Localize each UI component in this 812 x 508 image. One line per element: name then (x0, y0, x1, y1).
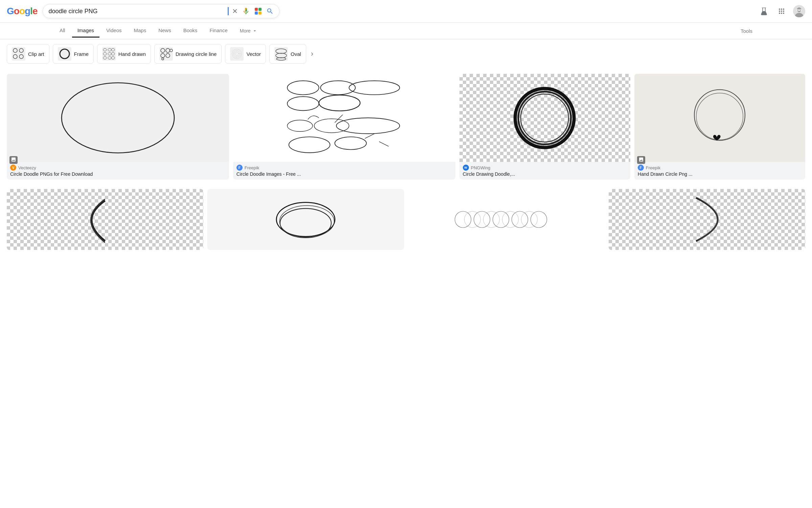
google-logo[interactable]: Google (7, 6, 37, 17)
svg-point-70 (521, 211, 537, 228)
mic-icon (242, 7, 250, 15)
source-name-3: PNGWing (471, 165, 491, 170)
grid-item-4-image (634, 74, 805, 162)
svg-point-44 (320, 81, 355, 94)
partial-arc-4-svg (648, 195, 766, 244)
svg-point-66 (531, 211, 547, 228)
chip-label-frame: Frame (74, 51, 89, 57)
svg-point-59 (276, 203, 335, 237)
clear-button[interactable]: ✕ (232, 7, 238, 15)
item-title-1: Circle Doodle PNGs for Free Download (10, 171, 226, 177)
svg-point-56 (521, 94, 568, 142)
chip-label-clip-art: Clip art (28, 51, 44, 57)
apps-button[interactable] (775, 5, 788, 17)
nav-item-maps[interactable]: Maps (128, 24, 152, 38)
source-row-1: V Vecteezy (10, 165, 226, 171)
svg-point-69 (502, 211, 518, 228)
grid-item-3[interactable]: W PNGWing Circle Drawing Doodle,... (459, 74, 630, 179)
chip-thumbnail-frame (58, 47, 71, 61)
nav-bar: All Images Videos Maps News Books Financ… (0, 23, 812, 39)
source-name-2: Freepik (245, 165, 259, 170)
labs-icon (759, 6, 769, 16)
svg-point-65 (512, 211, 528, 228)
chip-label-drawing-circle-line: Drawing circle line (176, 51, 217, 57)
filter-chip-frame[interactable]: Frame (53, 44, 94, 64)
labs-button[interactable] (758, 5, 770, 17)
svg-point-42 (62, 83, 174, 153)
svg-rect-2 (255, 12, 258, 15)
grid-item-1-overlay (9, 156, 18, 164)
nav-item-videos[interactable]: Videos (101, 24, 127, 38)
svg-rect-0 (255, 8, 258, 11)
grid-item-partial-4[interactable] (609, 189, 805, 250)
svg-rect-1 (258, 8, 262, 11)
source-name-4: Freepik (646, 165, 660, 170)
partial-circle-1-svg (46, 195, 164, 244)
favicon-1: V (10, 165, 16, 171)
header-right (758, 5, 805, 17)
item-title-4: Hand Drawn Circle Png ... (638, 171, 802, 177)
grid-item-2[interactable]: F Freepik Circle Doodle Images - Free ..… (233, 74, 455, 179)
chip-thumbnail-drawing-circle-line (159, 47, 173, 61)
svg-point-48 (287, 120, 313, 132)
avatar[interactable] (793, 5, 805, 17)
search-input[interactable] (48, 8, 224, 15)
nav-item-news[interactable]: News (153, 24, 177, 38)
chevron-down-icon (252, 28, 257, 34)
filter-chip-hand-drawn[interactable]: Hand drawn (97, 44, 151, 64)
search-bar[interactable]: ✕ (43, 4, 279, 18)
item-title-2: Circle Doodle Images - Free ... (236, 171, 452, 177)
svg-rect-3 (258, 12, 262, 15)
nav-item-books[interactable]: Books (178, 24, 203, 38)
filter-chips-row: Clip art Frame H (0, 39, 812, 68)
favicon-3: W (463, 165, 469, 171)
svg-point-62 (455, 211, 471, 228)
partial-circles-3-svg (418, 195, 595, 244)
image-grid: V Vecteezy Circle Doodle PNGs for Free D… (0, 68, 812, 189)
grid-item-partial-1[interactable] (7, 189, 203, 250)
svg-point-57 (695, 90, 745, 141)
nav-item-finance[interactable]: Finance (204, 24, 233, 38)
chip-thumbnail-vector (230, 47, 244, 61)
grid-item-4-overlay (637, 156, 645, 164)
grid-item-3-image (459, 74, 630, 162)
svg-point-64 (493, 211, 509, 228)
lens-button[interactable] (254, 7, 262, 15)
grid-item-4[interactable]: F Freepik Hand Drawn Circle Png ... (634, 74, 805, 179)
cursor (228, 7, 229, 15)
filter-chip-oval[interactable]: Oval (269, 44, 306, 64)
nav-more[interactable]: More (234, 25, 263, 37)
svg-point-47 (319, 95, 360, 111)
clear-icon: ✕ (232, 7, 238, 15)
filter-chips-next-button[interactable]: › (310, 48, 315, 60)
favicon-4: F (638, 165, 644, 171)
svg-point-51 (289, 137, 330, 153)
chip-label-vector: Vector (246, 51, 261, 57)
grid-item-3-info: W PNGWing Circle Drawing Doodle,... (459, 162, 630, 179)
grid-item-partial-2[interactable] (207, 189, 404, 250)
lens-icon (254, 7, 262, 15)
doodle-ellipses-svg (244, 78, 444, 157)
tools-button[interactable]: Tools (735, 25, 758, 37)
nav-item-all[interactable]: All (54, 24, 71, 38)
svg-point-58 (696, 93, 743, 140)
source-row-4: F Freepik (638, 165, 802, 171)
filter-chip-drawing-circle-line[interactable]: Drawing circle line (154, 44, 222, 64)
apps-icon (777, 7, 786, 15)
grid-item-1[interactable]: V Vecteezy Circle Doodle PNGs for Free D… (7, 74, 229, 179)
doodle-oval-svg (18, 78, 218, 157)
search-button[interactable] (266, 7, 274, 15)
svg-point-63 (474, 211, 490, 228)
grid-item-2-image (233, 74, 455, 162)
filter-chip-vector[interactable]: Vector (225, 44, 266, 64)
mic-button[interactable] (242, 7, 250, 15)
svg-point-68 (483, 211, 499, 228)
avatar-icon (793, 5, 805, 17)
filter-chip-clip-art[interactable]: Clip art (7, 44, 49, 64)
doodle-heavy-circle-svg (472, 81, 617, 155)
svg-point-5 (797, 7, 802, 12)
grid-item-partial-3[interactable] (408, 189, 605, 250)
nav-item-images[interactable]: Images (72, 24, 99, 38)
doodle-circle-heart-svg (651, 83, 788, 153)
chip-label-oval: Oval (291, 51, 301, 57)
